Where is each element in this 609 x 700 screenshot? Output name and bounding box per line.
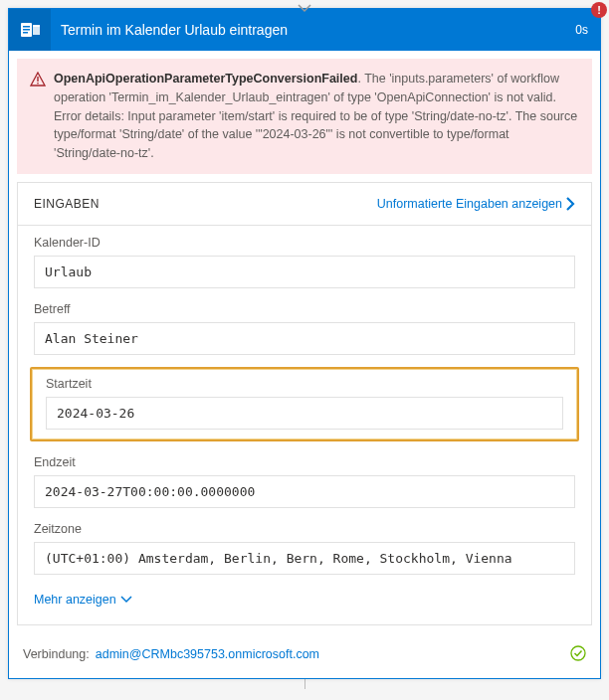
field-value: 2024-03-27T00:00:00.0000000 [34, 475, 575, 508]
show-more-label: Mehr anzeigen [34, 593, 116, 607]
inputs-title: EINGABEN [34, 197, 100, 211]
field-label: Zeitzone [34, 522, 575, 536]
show-more-link[interactable]: Mehr anzeigen [18, 579, 591, 624]
field-label: Endzeit [34, 455, 575, 469]
svg-rect-2 [23, 29, 30, 31]
field-value: 2024-03-26 [46, 397, 563, 430]
svg-rect-3 [23, 32, 28, 34]
connection-label: Verbindung: [23, 647, 90, 661]
svg-rect-7 [37, 83, 38, 84]
raw-link-label: Unformatierte Eingaben anzeigen [377, 197, 562, 211]
svg-rect-6 [37, 77, 38, 82]
field-value: (UTC+01:00) Amsterdam, Berlin, Bern, Rom… [34, 542, 575, 575]
field-start-highlighted: Startzeit 2024-03-26 [30, 367, 579, 441]
card-title: Termin im Kalender Urlaub eintragen [51, 22, 575, 38]
field-value: Alan Steiner [34, 322, 575, 355]
svg-point-8 [571, 646, 585, 660]
svg-rect-5 [33, 25, 40, 27]
chevron-right-icon [566, 197, 575, 211]
field-value: Urlaub [34, 256, 575, 288]
field-label: Betreff [34, 302, 575, 316]
connection-account-link[interactable]: admin@CRMbc395753.onmicrosoft.com [96, 647, 319, 661]
svg-rect-1 [23, 26, 30, 28]
field-label: Kalender-ID [34, 236, 575, 250]
connector-line [8, 679, 601, 689]
field-subject: Betreff Alan Steiner [18, 292, 591, 359]
inputs-header: EINGABEN Unformatierte Eingaben anzeigen [18, 183, 591, 226]
outlook-icon [9, 9, 51, 51]
inputs-panel: EINGABEN Unformatierte Eingaben anzeigen… [17, 182, 592, 625]
field-calendar-id: Kalender-ID Urlaub [18, 226, 591, 292]
warning-icon [30, 72, 46, 163]
success-check-icon [570, 645, 586, 664]
card-footer: Verbindung: admin@CRMbc395753.onmicrosof… [9, 633, 600, 678]
error-text: OpenApiOperationParameterTypeConversionF… [54, 70, 579, 163]
field-label: Startzeit [46, 377, 563, 391]
error-banner: OpenApiOperationParameterTypeConversionF… [17, 59, 592, 174]
card-duration: 0s [575, 23, 600, 37]
error-title: OpenApiOperationParameterTypeConversionF… [54, 72, 357, 86]
connector-arrow-down-icon [298, 1, 311, 17]
chevron-down-icon [120, 596, 132, 604]
action-card: ! Termin im Kalender Urlaub eintragen 0s… [8, 8, 601, 679]
error-badge-icon: ! [591, 2, 607, 18]
field-end: Endzeit 2024-03-27T00:00:00.0000000 [18, 445, 591, 512]
show-raw-inputs-link[interactable]: Unformatierte Eingaben anzeigen [377, 197, 575, 211]
field-timezone: Zeitzone (UTC+01:00) Amsterdam, Berlin, … [18, 512, 591, 579]
